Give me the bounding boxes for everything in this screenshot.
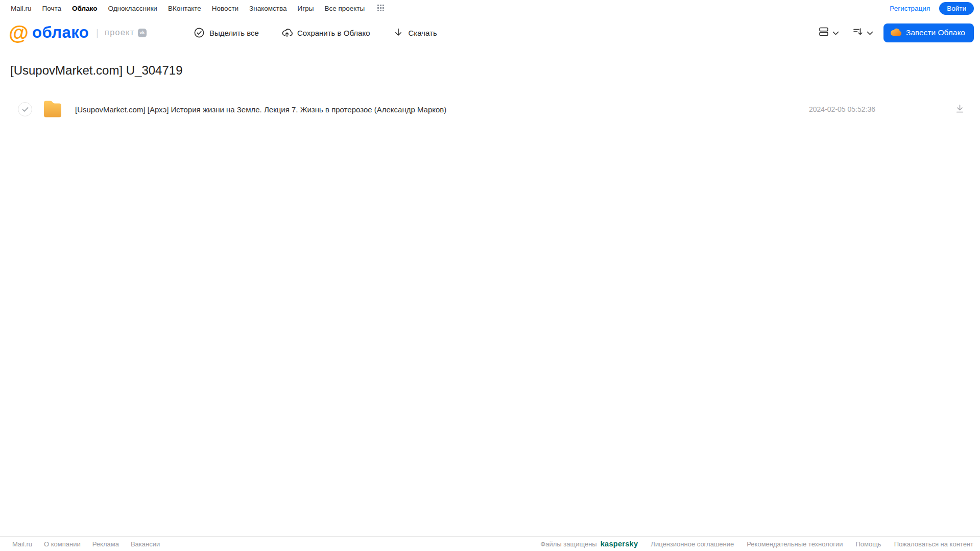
footer-right-links: Файлы защищены kaspersky Лицензионное со…: [540, 540, 973, 548]
footer-recommend-tech-link[interactable]: Рекомендательные технологии: [747, 540, 843, 548]
protected-by-label: Файлы защищены: [540, 540, 596, 548]
footer-ads-link[interactable]: Реклама: [92, 540, 119, 548]
nav-pochta[interactable]: Почта: [42, 5, 62, 12]
page-title: [UsupovMarket.com] U_304719: [10, 63, 970, 78]
nav-oblako[interactable]: Облако: [72, 5, 97, 12]
list-view-icon: [818, 26, 829, 39]
vk-project-label: | проект vk: [96, 28, 147, 38]
footer-license-link[interactable]: Лицензионное соглашение: [651, 540, 734, 548]
sort-icon: [852, 26, 864, 39]
footer-help-link[interactable]: Помощь: [855, 540, 881, 548]
footer-mailru-link[interactable]: Mail.ru: [12, 540, 32, 548]
cloud-orange-icon: [890, 28, 901, 38]
all-projects-grid-icon[interactable]: [377, 5, 385, 12]
login-button[interactable]: Войти: [939, 2, 974, 15]
nav-novosti[interactable]: Новости: [212, 5, 238, 12]
download-arrow-icon: [393, 27, 404, 38]
kaspersky-logo[interactable]: kaspersky: [601, 540, 638, 548]
cloud-logo-text: облако: [32, 23, 89, 42]
cloud-logo[interactable]: @ облако: [9, 22, 89, 43]
footer: Mail.ru О компании Реклама Вакансии Файл…: [0, 536, 980, 551]
get-cloud-button[interactable]: Завести Облако: [883, 23, 974, 42]
footer-about-link[interactable]: О компании: [44, 540, 81, 548]
cloud-upload-icon: [281, 27, 293, 38]
footer-jobs-link[interactable]: Вакансии: [131, 540, 160, 548]
nav-vkontakte[interactable]: ВКонтакте: [168, 5, 201, 12]
portal-links: Mail.ru Почта Облако Одноклассники ВКонт…: [11, 5, 385, 12]
nav-igry[interactable]: Игры: [298, 5, 314, 12]
chevron-down-icon: [867, 28, 873, 37]
get-cloud-label: Завести Облако: [906, 28, 965, 37]
footer-left-links: Mail.ru О компании Реклама Вакансии: [12, 540, 160, 548]
download-button[interactable]: Скачать: [393, 27, 437, 38]
row-checkbox[interactable]: [18, 102, 32, 116]
file-name[interactable]: [UsupovMarket.com] [Архэ] История жизни …: [75, 105, 446, 114]
download-label: Скачать: [409, 29, 437, 37]
nav-mailru[interactable]: Mail.ru: [11, 5, 32, 12]
row-download-icon[interactable]: [955, 104, 965, 115]
chevron-down-icon: [832, 28, 839, 37]
kaspersky-protection: Файлы защищены kaspersky: [540, 540, 638, 548]
footer-report-link[interactable]: Пожаловаться на контент: [894, 540, 973, 548]
select-all-button[interactable]: Выделить все: [194, 27, 259, 38]
save-to-cloud-button[interactable]: Сохранить в Облако: [281, 27, 370, 38]
project-label: проект: [105, 28, 135, 37]
registration-link[interactable]: Регистрация: [890, 5, 930, 12]
check-circle-icon: [194, 27, 205, 38]
nav-vse-proekty[interactable]: Все проекты: [324, 5, 365, 12]
select-all-label: Выделить все: [209, 29, 259, 37]
folder-icon: [42, 100, 63, 119]
main-content: [UsupovMarket.com] U_304719 [UsupovMarke…: [0, 63, 980, 121]
nav-znakomstva[interactable]: Знакомства: [249, 5, 286, 12]
file-row[interactable]: [UsupovMarket.com] [Архэ] История жизни …: [10, 98, 970, 121]
sort-selector[interactable]: [852, 26, 873, 39]
portal-navbar: Mail.ru Почта Облако Одноклассники ВКонт…: [0, 0, 980, 17]
vk-icon: vk: [138, 29, 147, 37]
view-mode-selector[interactable]: [818, 26, 839, 39]
nav-odnoklassniki[interactable]: Одноклассники: [108, 5, 157, 12]
cloud-header: @ облако | проект vk Выделить все Со: [0, 17, 980, 49]
mailru-at-icon: @: [9, 22, 29, 43]
file-toolbar: Выделить все Сохранить в Облако Скачать: [194, 27, 437, 38]
view-controls: [818, 26, 873, 39]
save-to-cloud-label: Сохранить в Облако: [297, 29, 370, 37]
file-date: 2024-02-05 05:52:36: [809, 105, 875, 113]
